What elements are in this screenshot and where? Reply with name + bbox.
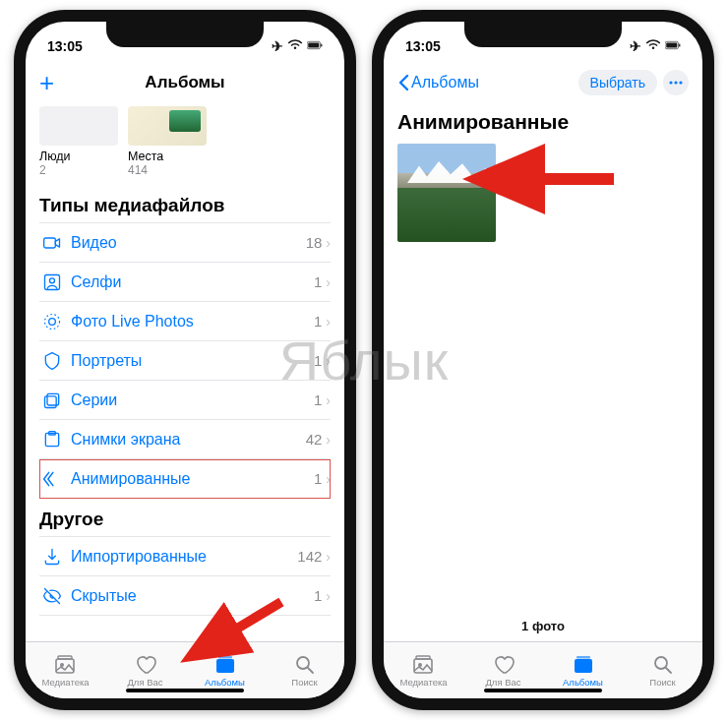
media-types-list: Видео18›Селфи1›Фото Live Photos1›Портрет… [39, 222, 331, 499]
row-count: 1 [314, 587, 322, 604]
chevron-right-icon: › [326, 549, 331, 565]
burst-icon [39, 390, 65, 410]
tab-search[interactable]: Поиск [623, 642, 702, 698]
row-label: Анимированные [71, 470, 314, 488]
tab-label: Поиск [291, 677, 317, 688]
tab-label: Медиатека [41, 677, 89, 688]
tab-label: Медиатека [399, 677, 447, 688]
notch [106, 22, 264, 47]
chevron-right-icon: › [326, 471, 331, 487]
svg-point-25 [679, 81, 682, 84]
battery-icon [665, 38, 681, 54]
media-type-row-animated[interactable]: Анимированные1› [39, 459, 331, 499]
svg-point-5 [50, 277, 55, 282]
svg-point-6 [49, 318, 56, 325]
row-label: Импортированные [71, 548, 297, 566]
svg-point-23 [669, 81, 672, 84]
album-count: 2 [39, 163, 118, 177]
chevron-right-icon: › [326, 235, 331, 251]
tab-library[interactable]: Медиатека [26, 642, 105, 698]
album-thumb-map [128, 106, 207, 146]
svg-point-17 [297, 657, 309, 669]
album-places[interactable]: Места 414 [128, 106, 207, 177]
media-type-row-screenshot[interactable]: Снимки экрана42› [39, 420, 331, 459]
chevron-right-icon: › [326, 314, 331, 330]
photo-count-label: 1 фото [384, 619, 702, 641]
media-type-row-burst[interactable]: Серии1› [39, 381, 331, 420]
svg-rect-16 [218, 656, 232, 659]
select-button[interactable]: Выбрать [578, 70, 657, 95]
album-count: 414 [128, 163, 207, 177]
media-type-row-portrait[interactable]: Портреты1› [39, 341, 331, 381]
row-label: Серии [71, 391, 314, 409]
album-detail-title: Анимированные [384, 104, 702, 138]
annotation-arrow-thumb [512, 159, 620, 199]
row-count: 1 [314, 470, 322, 487]
phone-right: 13:05 ✈︎ Альбомы Выбрать [372, 10, 714, 710]
chevron-left-icon [397, 74, 409, 91]
album-label: Люди [39, 150, 118, 163]
tab-search[interactable]: Поиск [265, 642, 344, 698]
selfie-icon [39, 272, 65, 292]
row-label: Селфи [71, 273, 314, 291]
foryou-icon [134, 653, 157, 675]
battery-icon [307, 38, 323, 54]
album-people[interactable]: Люди 2 [39, 106, 118, 177]
media-type-row-video[interactable]: Видео18› [39, 223, 331, 263]
row-count: 1 [314, 313, 322, 330]
media-type-row-livephoto[interactable]: Фото Live Photos1› [39, 302, 331, 341]
search-icon [651, 653, 675, 675]
svg-rect-15 [216, 659, 234, 673]
row-label: Портреты [71, 352, 314, 370]
wifi-icon [287, 38, 303, 54]
nav-bar: Альбомы Выбрать [384, 61, 702, 104]
media-type-row-selfie[interactable]: Селфи1› [39, 263, 331, 302]
add-album-button[interactable]: + [39, 70, 54, 95]
svg-rect-2 [321, 43, 322, 46]
svg-line-18 [308, 668, 313, 673]
chevron-right-icon: › [326, 353, 331, 369]
airplane-icon: ✈︎ [272, 38, 283, 54]
back-button[interactable]: Альбомы [397, 74, 479, 91]
svg-rect-13 [58, 656, 72, 659]
row-count: 1 [314, 273, 322, 290]
svg-line-32 [666, 668, 671, 673]
airplane-icon: ✈︎ [630, 38, 641, 54]
home-indicator [126, 689, 244, 692]
row-count: 142 [297, 548, 322, 565]
svg-rect-21 [666, 43, 677, 48]
status-time: 13:05 [405, 38, 441, 54]
photo-thumbnail[interactable] [397, 144, 496, 242]
row-count: 18 [306, 234, 323, 251]
chevron-right-icon: › [326, 274, 331, 290]
media-type-row-import[interactable]: Импортированные142› [39, 537, 331, 576]
svg-rect-8 [45, 395, 57, 407]
svg-rect-29 [575, 659, 592, 673]
tab-label: Для Вас [127, 677, 162, 688]
album-label: Места [128, 150, 207, 163]
row-label: Фото Live Photos [71, 313, 314, 330]
home-indicator [484, 689, 602, 692]
search-icon [293, 653, 317, 675]
wifi-icon [645, 38, 661, 54]
chevron-right-icon: › [326, 392, 331, 408]
content-area: Люди 2 Места 414 Типы медиафайлов Видео1… [26, 104, 344, 641]
import-icon [39, 547, 65, 567]
svg-rect-9 [47, 393, 59, 405]
svg-rect-27 [416, 656, 430, 659]
albums-icon [572, 653, 595, 675]
animated-icon [39, 469, 65, 489]
portrait-icon [39, 351, 65, 371]
svg-point-7 [45, 314, 60, 329]
tab-bar: МедиатекаДля ВасАльбомыПоиск [26, 641, 344, 698]
tab-label: Поиск [649, 677, 675, 688]
tab-library[interactable]: Медиатека [384, 642, 463, 698]
section-media-types: Типы медиафайлов [39, 195, 331, 216]
notch [464, 22, 622, 47]
foryou-icon [492, 653, 516, 675]
svg-rect-30 [576, 656, 590, 659]
tab-bar: МедиатекаДля ВасАльбомыПоиск [384, 641, 702, 698]
albums-icon [213, 653, 237, 675]
more-button[interactable] [663, 70, 689, 95]
tab-label: Альбомы [563, 677, 603, 688]
